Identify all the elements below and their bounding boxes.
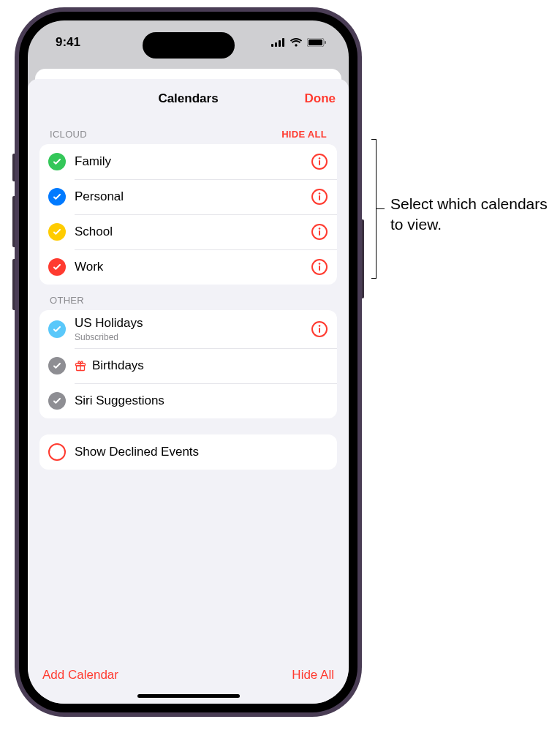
svg-rect-2	[279, 40, 281, 47]
info-icon[interactable]	[311, 188, 328, 206]
svg-point-17	[319, 263, 321, 265]
svg-rect-6	[325, 41, 326, 44]
checkmark-icon	[48, 223, 66, 241]
sheet-footer: Add Calendar Hide All	[28, 658, 349, 690]
callout-text: Select which calendars to view.	[390, 194, 559, 236]
svg-point-8	[319, 157, 321, 159]
checkmark-icon	[48, 188, 66, 206]
calendar-row-us-holidays[interactable]: US Holidays Subscribed	[39, 310, 337, 348]
info-icon[interactable]	[311, 258, 328, 276]
calendar-label: School	[75, 225, 302, 239]
svg-rect-12	[319, 195, 320, 200]
calendar-row-personal[interactable]: Personal	[39, 179, 337, 214]
iphone-bezel: 9:41	[19, 12, 357, 712]
sheet-body[interactable]: ICLOUD HIDE ALL Family	[28, 118, 349, 658]
info-icon[interactable]	[311, 320, 328, 338]
svg-rect-5	[309, 39, 322, 45]
hide-all-button[interactable]: Hide All	[292, 668, 334, 682]
calendar-label-text: Birthdays	[92, 358, 144, 373]
calendar-label: Family	[75, 154, 302, 169]
gift-icon	[75, 360, 86, 372]
section-header-icloud: ICLOUD HIDE ALL	[39, 118, 337, 144]
checkmark-icon	[48, 320, 66, 338]
hide-all-icloud-button[interactable]: HIDE ALL	[281, 129, 327, 140]
callout-bracket	[371, 135, 382, 282]
volume-up-button	[12, 196, 15, 247]
calendar-row-birthdays[interactable]: Birthdays	[39, 348, 337, 383]
svg-rect-21	[319, 328, 320, 333]
calendar-label-wrap: US Holidays Subscribed	[75, 316, 302, 342]
calendars-sheet: Calendars Done ICLOUD HIDE ALL	[28, 79, 349, 704]
unchecked-circle-icon	[48, 443, 66, 461]
add-calendar-button[interactable]: Add Calendar	[42, 668, 118, 682]
svg-rect-9	[319, 160, 320, 165]
svg-rect-3	[282, 38, 284, 47]
dynamic-island	[143, 32, 235, 59]
checkmark-icon	[48, 153, 66, 170]
sheet-title: Calendars	[158, 91, 218, 106]
cellular-icon	[271, 38, 285, 47]
calendar-row-school[interactable]: School	[39, 214, 337, 249]
home-indicator[interactable]	[137, 694, 240, 698]
svg-rect-15	[319, 230, 320, 236]
spacer	[39, 418, 337, 434]
ringer-switch	[12, 154, 15, 181]
sheet-header: Calendars Done	[28, 79, 349, 118]
calendar-label: Siri Suggestions	[75, 394, 328, 408]
svg-rect-18	[319, 266, 320, 271]
calendar-label: Birthdays	[75, 358, 328, 373]
power-button	[362, 219, 364, 298]
done-button[interactable]: Done	[305, 79, 336, 118]
status-icons	[271, 38, 327, 47]
screen: 9:41	[28, 20, 349, 704]
section-title-icloud: ICLOUD	[50, 129, 87, 140]
calendar-label: Personal	[75, 189, 302, 204]
icloud-group: Family Personal	[39, 144, 337, 285]
iphone-frame: 9:41	[15, 7, 362, 717]
svg-point-20	[319, 325, 321, 327]
section-header-other: OTHER	[39, 285, 337, 310]
checkmark-icon	[48, 258, 66, 276]
svg-point-11	[319, 192, 321, 195]
calendar-row-family[interactable]: Family	[39, 144, 337, 179]
checkmark-icon	[48, 392, 66, 410]
option-label: Show Declined Events	[75, 445, 328, 459]
checkmark-icon	[48, 357, 66, 375]
show-declined-events-toggle[interactable]: Show Declined Events	[39, 434, 337, 470]
volume-down-button	[12, 259, 15, 310]
svg-rect-0	[271, 44, 273, 47]
calendar-sublabel: Subscribed	[75, 332, 302, 342]
info-icon[interactable]	[311, 153, 328, 170]
wifi-icon	[290, 38, 303, 47]
svg-rect-1	[275, 42, 277, 47]
section-title-other: OTHER	[50, 295, 84, 306]
other-group: US Holidays Subscribed	[39, 310, 337, 418]
calendar-label: Work	[75, 260, 302, 274]
calendar-row-work[interactable]: Work	[39, 249, 337, 285]
status-time: 9:41	[56, 35, 80, 50]
calendar-row-siri-suggestions[interactable]: Siri Suggestions	[39, 383, 337, 418]
calendar-label: US Holidays	[75, 316, 302, 331]
svg-point-14	[319, 227, 321, 230]
battery-icon	[307, 38, 327, 47]
options-group: Show Declined Events	[39, 434, 337, 470]
info-icon[interactable]	[311, 223, 328, 241]
